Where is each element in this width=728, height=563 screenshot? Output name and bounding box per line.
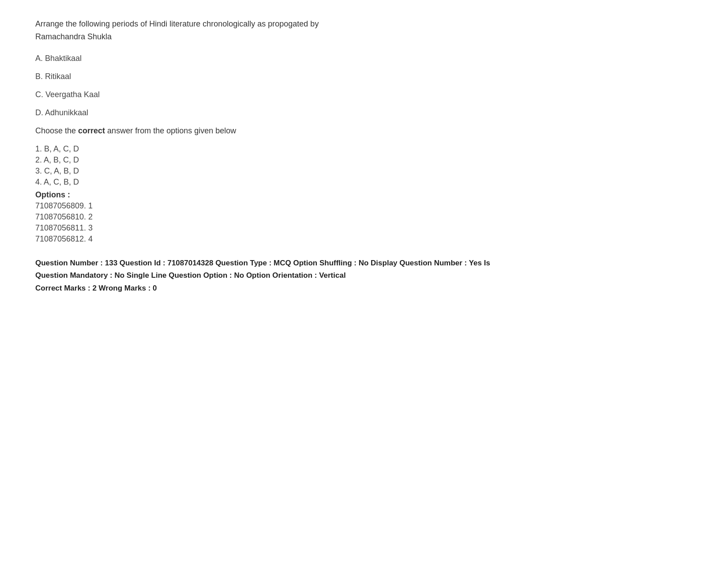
option-a: A. Bhaktikaal (35, 54, 693, 63)
option-b: B. Ritikaal (35, 72, 693, 81)
question-container: Arrange the following periods of Hindi l… (35, 18, 693, 295)
answer-option-4: 4. A, C, B, D (35, 178, 693, 187)
meta-line3: Correct Marks : 2 Wrong Marks : 0 (35, 282, 693, 295)
option-id-3: 71087056811. 3 (35, 223, 693, 233)
answer-options: 1. B, A, C, D 2. A, B, C, D 3. C, A, B, … (35, 144, 693, 187)
answer-option-3: 3. C, A, B, D (35, 166, 693, 176)
question-text-line1: Arrange the following periods of Hindi l… (35, 19, 319, 28)
option-id-4: 71087056812. 4 (35, 234, 693, 244)
option-c: C. Veergatha Kaal (35, 90, 693, 99)
question-text: Arrange the following periods of Hindi l… (35, 18, 693, 43)
meta-line1: Question Number : 133 Question Id : 7108… (35, 257, 693, 270)
option-id-2: 71087056810. 2 (35, 212, 693, 222)
meta-line2: Question Mandatory : No Single Line Ques… (35, 269, 693, 282)
option-ids: 71087056809. 1 71087056810. 2 7108705681… (35, 201, 693, 244)
instruction: Choose the correct answer from the optio… (35, 126, 693, 136)
meta-info: Question Number : 133 Question Id : 7108… (35, 257, 693, 295)
answer-option-2: 2. A, B, C, D (35, 155, 693, 165)
option-d: D. Adhunikkaal (35, 108, 693, 117)
question-text-line2: Ramachandra Shukla (35, 32, 112, 41)
option-id-1: 71087056809. 1 (35, 201, 693, 211)
options-label: Options : (35, 190, 693, 200)
answer-option-1: 1. B, A, C, D (35, 144, 693, 154)
